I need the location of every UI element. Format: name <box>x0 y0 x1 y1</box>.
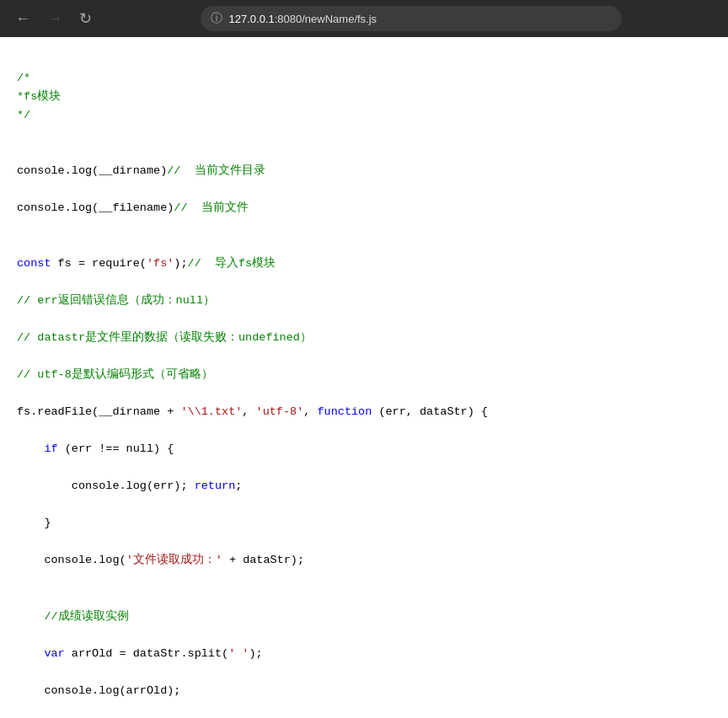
code-line-8: fs.readFile(__dirname + '\\1.txt', 'utf-… <box>17 403 711 421</box>
code-line-5: // err返回错误信息（成功：null） <box>17 292 711 310</box>
code-line-11: } <box>17 514 711 533</box>
code-display: /* *fs模块 */ console.log(__dirname)// 当前文… <box>0 37 728 718</box>
address-bar[interactable]: ⓘ 127.0.0.1:8080/newName/fs.js <box>201 6 622 31</box>
url-host: 127.0.0.1 <box>229 13 275 25</box>
code-line-13: //成绩读取实例 <box>17 608 711 626</box>
code-line-10: console.log(err); return; <box>17 477 711 496</box>
code-line-1: /* *fs模块 */ <box>17 69 711 124</box>
code-line-12: console.log('文件读取成功：' + dataStr); <box>17 551 711 570</box>
browser-toolbar: ← → ↻ ⓘ 127.0.0.1:8080/newName/fs.js <box>0 0 728 37</box>
url-display: 127.0.0.1:8080/newName/fs.js <box>229 13 377 25</box>
code-line-15: console.log(arrOld); <box>17 682 711 700</box>
code-line-4: const fs = require('fs');// 导入fs模块 <box>17 255 711 273</box>
reload-button[interactable]: ↻ <box>74 6 97 31</box>
code-line-6: // datastr是文件里的数据（读取失败：undefined） <box>17 329 711 347</box>
code-line-9: if (err !== null) { <box>17 440 711 458</box>
code-line-2: console.log(__dirname)// 当前文件目录 <box>17 162 711 180</box>
security-icon: ⓘ <box>211 11 222 26</box>
code-line-3: console.log(__filename)// 当前文件 <box>17 199 711 217</box>
code-line-14: var arrOld = dataStr.split(' '); <box>17 645 711 663</box>
code-line-7: // utf-8是默认编码形式（可省略） <box>17 366 711 384</box>
forward-button[interactable]: → <box>42 7 67 31</box>
back-button[interactable]: ← <box>10 7 35 31</box>
